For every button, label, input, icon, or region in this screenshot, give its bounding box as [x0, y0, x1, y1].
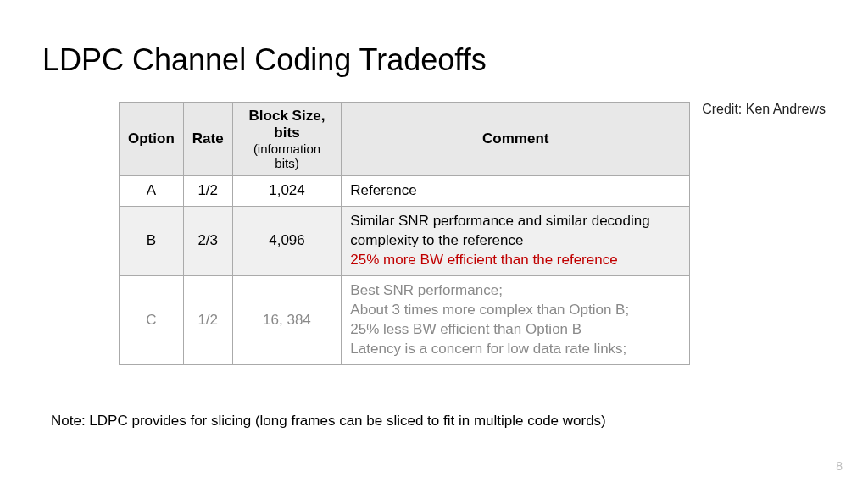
- comment-line: 25% less BW efficient than Option B: [350, 320, 681, 340]
- tradeoff-table: Option Rate Block Size, bits (informatio…: [119, 102, 690, 365]
- credit-text: Credit: Ken Andrews: [702, 102, 826, 117]
- col-block-sub: (information bits): [242, 141, 333, 170]
- table-row: A1/21,024Reference: [120, 176, 690, 207]
- col-block: Block Size, bits (information bits): [232, 103, 342, 176]
- comment-line: 25% more BW efficient than the reference: [350, 251, 681, 270]
- cell-comment: Best SNR performance;About 3 times more …: [342, 275, 690, 364]
- cell-option: B: [120, 206, 184, 275]
- col-option: Option: [120, 103, 184, 176]
- cell-rate: 2/3: [183, 206, 232, 275]
- cell-comment: Reference: [342, 176, 690, 207]
- comment-line: Latency is a concern for low data rate l…: [350, 340, 681, 359]
- col-block-main: Block Size, bits: [249, 108, 326, 141]
- cell-rate: 1/2: [183, 275, 232, 364]
- cell-comment: Similar SNR performance and similar deco…: [342, 206, 690, 275]
- cell-block: 4,096: [232, 206, 342, 275]
- col-comment: Comment: [342, 103, 690, 176]
- comment-line: About 3 times more complex than Option B…: [350, 301, 681, 320]
- cell-rate: 1/2: [183, 176, 232, 207]
- cell-block: 1,024: [232, 176, 342, 207]
- cell-option: C: [120, 275, 184, 364]
- comment-line: Similar SNR performance and similar deco…: [350, 212, 681, 251]
- comment-line: Reference: [350, 181, 681, 201]
- table-row: C1/216, 384Best SNR performance;About 3 …: [120, 275, 690, 364]
- footer-note: Note: LDPC provides for slicing (long fr…: [51, 413, 826, 430]
- col-rate: Rate: [183, 103, 232, 176]
- slide-title: LDPC Channel Coding Tradeoffs: [42, 42, 826, 78]
- table-row: B2/34,096Similar SNR performance and sim…: [120, 206, 690, 275]
- cell-option: A: [120, 176, 184, 207]
- page-number: 8: [836, 459, 843, 473]
- comment-line: Best SNR performance;: [350, 281, 681, 301]
- cell-block: 16, 384: [232, 275, 342, 364]
